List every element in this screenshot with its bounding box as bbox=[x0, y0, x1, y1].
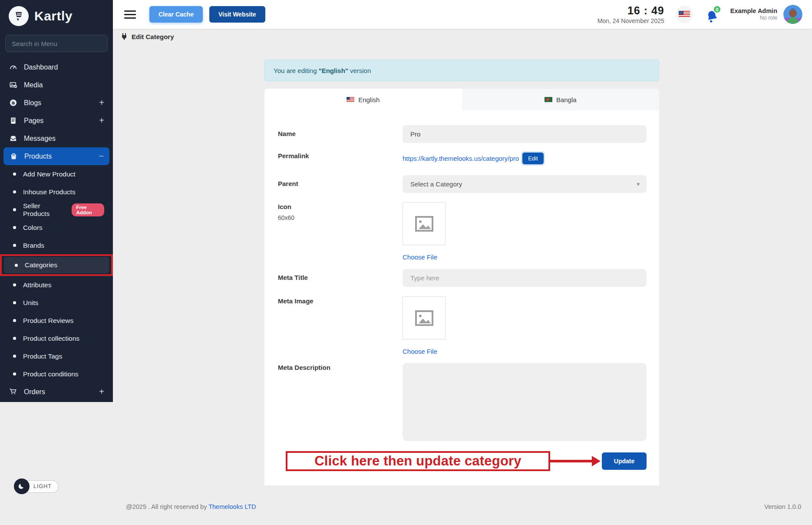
main-area: Clear Cache Visit Website 16 : 49 Mon, 2… bbox=[113, 0, 812, 525]
footer: @2025 . All right reserved by Themelooks… bbox=[113, 503, 812, 510]
meta-title-input[interactable] bbox=[403, 269, 647, 287]
topbar: Clear Cache Visit Website 16 : 49 Mon, 2… bbox=[113, 0, 812, 29]
meta-image-label: Meta Image bbox=[278, 296, 403, 356]
sidebar-subitem-product-reviews[interactable]: Product Reviews bbox=[0, 312, 113, 329]
bullet-icon bbox=[13, 283, 16, 286]
sidebar-subitem-attributes[interactable]: Attributes bbox=[0, 276, 113, 294]
cart-icon bbox=[9, 388, 17, 396]
permalink-url-link[interactable]: https://kartly.themelooks.us/category/pr… bbox=[403, 155, 519, 162]
sidebar-subitem-inhouse-products[interactable]: Inhouse Products bbox=[0, 183, 113, 201]
annotation-arrow-head-icon bbox=[592, 456, 601, 466]
sidebar-item-blogs[interactable]: Blogs + bbox=[0, 94, 113, 112]
sidebar-item-label: Products bbox=[24, 153, 52, 160]
meta-title-label: Meta Title bbox=[278, 269, 403, 287]
update-button[interactable]: Update bbox=[602, 452, 647, 470]
icon-choose-file-link[interactable]: Choose File bbox=[403, 253, 437, 261]
subitem-label: Add New Product bbox=[23, 170, 76, 178]
bullet-icon bbox=[15, 264, 18, 267]
sidebar-item-label: Pages bbox=[24, 117, 43, 125]
name-label: Name bbox=[278, 125, 403, 143]
annotation-arrow-line bbox=[550, 460, 592, 462]
language-flag-button[interactable] bbox=[676, 6, 693, 23]
us-flag-icon bbox=[347, 97, 354, 102]
sidebar-item-messages[interactable]: Messages bbox=[0, 130, 113, 147]
sidebar-item-label: Messages bbox=[24, 135, 56, 143]
date-display: Mon, 24 November 2025 bbox=[597, 17, 664, 24]
subitem-label: Product conditions bbox=[23, 370, 79, 378]
sidebar-subitem-units[interactable]: Units bbox=[0, 294, 113, 312]
sidebar-subitem-product-tags[interactable]: Product Tags bbox=[0, 347, 113, 365]
parent-category-select[interactable]: Select a Category ▾ bbox=[403, 175, 647, 193]
edit-category-panel: You are editing "English" version Englis… bbox=[264, 60, 659, 485]
bullet-icon bbox=[13, 173, 16, 176]
image-placeholder-icon bbox=[415, 310, 433, 326]
us-flag-icon bbox=[679, 11, 690, 18]
subitem-label: Product collections bbox=[23, 335, 79, 342]
visit-website-button[interactable]: Visit Website bbox=[209, 6, 265, 23]
products-icon bbox=[9, 152, 18, 160]
subitem-label: Units bbox=[23, 299, 38, 307]
moon-icon bbox=[14, 478, 30, 494]
expand-plus-icon[interactable]: + bbox=[99, 98, 104, 108]
sidebar-item-label: Blogs bbox=[24, 99, 41, 107]
bullet-icon bbox=[13, 226, 16, 229]
sidebar-item-pages[interactable]: Pages + bbox=[0, 112, 113, 130]
permalink-edit-button[interactable]: Edit bbox=[522, 153, 543, 164]
tab-bangla[interactable]: Bangla bbox=[462, 89, 660, 110]
messages-icon bbox=[9, 134, 17, 143]
meta-description-label: Meta Description bbox=[278, 363, 403, 443]
sidebar-subitem-product-collections[interactable]: Product collections bbox=[0, 329, 113, 347]
image-placeholder-icon bbox=[415, 216, 433, 232]
sidebar-subitem-brands[interactable]: Brands bbox=[0, 236, 113, 254]
selected-value: Select a Category bbox=[410, 180, 462, 188]
sidebar-item-products[interactable]: Products − bbox=[3, 147, 109, 165]
sidebar-subitem-product-conditions[interactable]: Product conditions bbox=[0, 365, 113, 383]
user-role: No role bbox=[730, 15, 777, 22]
expand-plus-icon[interactable]: + bbox=[99, 116, 104, 126]
tab-label: English bbox=[358, 96, 380, 103]
meta-image-choose-file-link[interactable]: Choose File bbox=[403, 348, 437, 355]
sidebar-item-orders[interactable]: Orders + bbox=[0, 383, 113, 401]
parent-label: Parent bbox=[278, 175, 403, 193]
chevron-down-icon: ▾ bbox=[637, 181, 640, 187]
notifications-bell-button[interactable]: 0 bbox=[704, 6, 720, 23]
icon-size-note: 60x60 bbox=[278, 214, 403, 221]
sidebar-item-label: Orders bbox=[24, 388, 45, 396]
brand-name: Kartly bbox=[34, 9, 73, 23]
sidebar: Kartly Dashboard bbox=[0, 0, 113, 402]
clear-cache-button[interactable]: Clear Cache bbox=[149, 6, 203, 23]
hamburger-menu-icon[interactable] bbox=[124, 8, 136, 21]
categories-highlight-annotation: Categories bbox=[0, 254, 113, 276]
tab-english[interactable]: English bbox=[264, 89, 462, 110]
meta-image-placeholder bbox=[403, 296, 446, 339]
sidebar-subitem-seller-products[interactable]: Seller Products Free Addon bbox=[0, 201, 113, 219]
sidebar-subitem-add-new-product[interactable]: Add New Product bbox=[0, 165, 113, 183]
sidebar-subitem-categories[interactable]: Categories bbox=[4, 257, 109, 273]
theme-toggle[interactable]: LIGHT bbox=[14, 478, 59, 494]
bullet-icon bbox=[13, 301, 16, 304]
bangladesh-flag-icon bbox=[545, 97, 552, 102]
bullet-icon bbox=[13, 337, 16, 340]
free-addon-badge: Free Addon bbox=[72, 203, 104, 216]
sidebar-item-dashboard[interactable]: Dashboard bbox=[0, 58, 113, 76]
notification-count-badge: 0 bbox=[713, 5, 721, 13]
sidebar-item-media[interactable]: Media bbox=[0, 76, 113, 94]
avatar[interactable] bbox=[783, 5, 802, 24]
subitem-label: Seller Products bbox=[23, 202, 62, 218]
menu-search-input[interactable] bbox=[5, 35, 108, 52]
name-input[interactable] bbox=[403, 125, 647, 143]
expand-plus-icon[interactable]: + bbox=[99, 387, 104, 397]
copyright-text: @2025 . All right reserved by bbox=[126, 503, 207, 510]
bullet-icon bbox=[13, 319, 16, 322]
icon-label: Icon bbox=[278, 203, 403, 210]
subitem-label: Product Reviews bbox=[23, 317, 73, 325]
sidebar-nav: Dashboard Media bbox=[0, 58, 113, 401]
subitem-label: Categories bbox=[25, 261, 57, 269]
time-display: 16 : 49 bbox=[597, 4, 664, 17]
themelooks-link[interactable]: Themelooks LTD bbox=[208, 503, 256, 510]
meta-description-textarea[interactable] bbox=[403, 363, 647, 441]
notice-language: "English" bbox=[319, 67, 348, 74]
collapse-minus-icon[interactable]: − bbox=[99, 151, 104, 161]
pages-icon bbox=[9, 116, 17, 125]
sidebar-subitem-colors[interactable]: Colors bbox=[0, 219, 113, 236]
